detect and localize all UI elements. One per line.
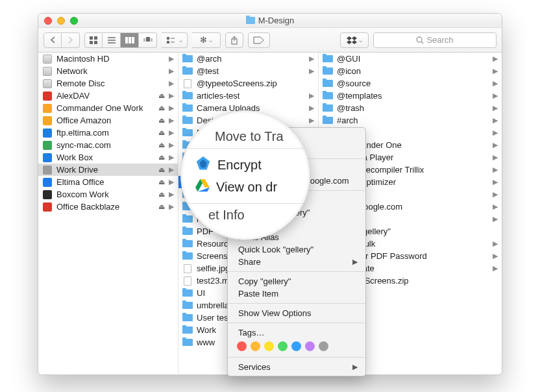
menu-item[interactable]: Quick Look "gellery" <box>228 243 365 256</box>
toolbar: ⌵ ✻⌵ ⌵ Search <box>38 28 502 53</box>
list-item[interactable]: #arch▶ <box>319 114 502 127</box>
list-item[interactable]: @test▶ <box>178 65 318 77</box>
tag-dot[interactable] <box>278 341 288 351</box>
column-view-button[interactable] <box>121 32 139 48</box>
eject-icon[interactable]: ⏏ <box>158 202 165 211</box>
svg-rect-1 <box>94 36 97 40</box>
eject-icon[interactable]: ⏏ <box>158 153 165 162</box>
action-button-group: ✻⌵ <box>192 32 221 48</box>
list-item[interactable]: @GUI▶ <box>319 53 502 65</box>
item-label: selfie.jpg <box>197 263 230 273</box>
item-label: AlexDAV <box>56 91 90 101</box>
eject-icon[interactable]: ⏏ <box>158 141 165 149</box>
folder-icon <box>323 79 333 88</box>
chevron-right-icon: ▶ <box>309 104 314 112</box>
list-item[interactable]: Boxcom Work⏏▶ <box>38 188 178 201</box>
list-item[interactable]: Eltima Office⏏▶ <box>38 176 178 188</box>
folder-icon <box>323 104 333 113</box>
dropbox-button[interactable]: ⌵ <box>340 32 369 48</box>
item-label: www <box>197 337 215 347</box>
folder-icon <box>246 17 255 24</box>
eject-icon[interactable]: ⏏ <box>158 178 165 186</box>
list-item[interactable]: AlexDAV⏏▶ <box>38 90 178 102</box>
action-button[interactable]: ✻⌵ <box>192 32 221 48</box>
tag-dot[interactable] <box>264 341 274 351</box>
item-label: @source <box>337 79 371 88</box>
tags-button[interactable] <box>248 32 270 48</box>
item-label: ftp.eltima.com <box>56 128 109 138</box>
zoom-encrypt-row[interactable]: Encrypt <box>195 154 303 176</box>
menu-item[interactable]: Show View Options <box>228 307 365 319</box>
eject-icon[interactable]: ⏏ <box>158 129 165 137</box>
svg-rect-3 <box>94 41 97 44</box>
list-item[interactable]: @icon▶ <box>319 65 502 77</box>
icon-view-button[interactable] <box>84 32 103 48</box>
menu-tags[interactable]: Tags… <box>228 326 365 339</box>
list-item[interactable]: Office Amazon⏏▶ <box>38 114 178 127</box>
list-item[interactable]: @source▶ <box>319 77 502 90</box>
folder-icon <box>182 289 193 298</box>
chevron-right-icon: ▶ <box>169 129 174 137</box>
back-button[interactable] <box>43 32 62 48</box>
list-item[interactable]: @typeetoScreens.zip <box>178 77 318 90</box>
menu-item[interactable]: Copy "gellery" <box>228 275 365 288</box>
chevron-right-icon: ▶ <box>493 79 498 88</box>
tag-dot[interactable] <box>251 341 260 351</box>
chevron-right-icon: ▶ <box>309 116 314 125</box>
chevron-right-icon: ▶ <box>169 116 174 125</box>
close-button[interactable] <box>44 17 52 25</box>
svg-rect-10 <box>146 37 150 42</box>
chevron-right-icon: ▶ <box>169 104 174 112</box>
menu-item[interactable]: Paste Item <box>228 288 365 300</box>
list-view-button[interactable] <box>103 32 121 48</box>
chevron-right-icon: ▶ <box>493 55 498 63</box>
list-item[interactable]: @arch▶ <box>178 53 318 65</box>
list-item[interactable]: sync-mac.com⏏▶ <box>38 139 178 151</box>
chevron-right-icon: ▶ <box>493 165 498 174</box>
folder-icon <box>182 116 193 125</box>
item-label: @templates <box>337 91 382 101</box>
eject-icon[interactable]: ⏏ <box>158 92 165 100</box>
tag-dot[interactable] <box>305 341 315 351</box>
eject-icon[interactable]: ⏏ <box>158 116 165 125</box>
list-item[interactable]: Commander One Work⏏▶ <box>38 102 178 114</box>
item-label: UI <box>197 288 205 298</box>
list-item[interactable]: Remote Disc▶ <box>38 77 178 90</box>
item-label: @arch <box>197 54 222 64</box>
list-item[interactable]: articles-test▶ <box>178 90 318 102</box>
list-item[interactable]: @templates▶ <box>319 90 502 102</box>
eject-icon[interactable]: ⏏ <box>158 190 165 199</box>
menu-services[interactable]: Services▶ <box>228 361 365 373</box>
list-item[interactable]: Work Box⏏▶ <box>38 151 178 164</box>
list-item[interactable]: @trash▶ <box>319 102 502 114</box>
chevron-right-icon: ▶ <box>493 215 498 223</box>
tag-dot[interactable] <box>291 341 301 351</box>
menu-item[interactable]: Share▶ <box>228 256 365 268</box>
chevron-right-icon: ▶ <box>493 202 498 211</box>
eject-icon[interactable]: ⏏ <box>158 104 165 112</box>
tag-dot[interactable] <box>237 341 247 351</box>
tag-dot[interactable] <box>319 341 328 351</box>
list-item[interactable]: Macintosh HD▶ <box>38 53 178 65</box>
folder-icon <box>182 55 193 64</box>
item-label: @test <box>197 66 219 76</box>
chevron-right-icon: ▶ <box>352 258 358 266</box>
minimize-button[interactable] <box>57 17 65 25</box>
zoom-view-drive-row[interactable]: View on dr <box>195 176 303 198</box>
folder-icon <box>182 215 193 224</box>
list-item[interactable]: ftp.eltima.com⏏▶ <box>38 127 178 139</box>
list-item[interactable]: Work Drive⏏▶ <box>38 164 178 176</box>
share-button[interactable] <box>225 32 243 48</box>
arrange-button[interactable]: ⌵ <box>162 32 188 48</box>
folder-icon <box>182 239 193 249</box>
forward-button[interactable] <box>62 32 80 48</box>
svg-rect-8 <box>129 37 131 43</box>
list-item[interactable]: Office Backblaze⏏▶ <box>38 201 178 213</box>
search-input[interactable]: Search <box>373 32 497 48</box>
item-label: @GUI <box>337 54 360 64</box>
gallery-view-button[interactable] <box>139 32 157 48</box>
eject-icon[interactable]: ⏏ <box>158 165 165 174</box>
list-item[interactable]: Network▶ <box>38 65 178 77</box>
item-label: Remote Disc <box>56 79 104 88</box>
zoom-button[interactable] <box>70 17 78 25</box>
